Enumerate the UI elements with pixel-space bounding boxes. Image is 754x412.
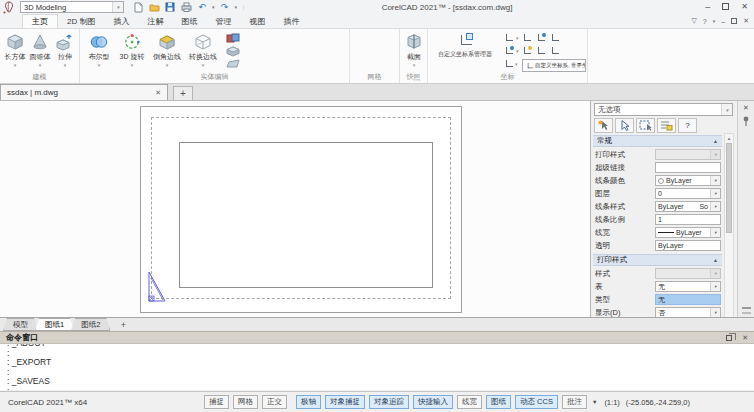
close-icon[interactable]: ✕ — [155, 89, 161, 97]
tab-insert[interactable]: 插入 — [104, 14, 138, 28]
scrollbar-thumb[interactable] — [726, 143, 732, 233]
float-window-icon[interactable] — [726, 335, 732, 341]
annotation-caret-icon[interactable]: ▼ — [592, 399, 597, 405]
sheet-tab-sheet1[interactable]: 图纸1 — [35, 318, 74, 331]
marquee-select-icon[interactable] — [636, 118, 655, 133]
chamfer-edges-button[interactable]: 倒角边线 ▾ — [150, 32, 184, 68]
toggle-etrack[interactable]: 对象追踪 — [369, 395, 409, 409]
ccs-axis-top-icon[interactable] — [536, 33, 546, 43]
new-document-tab-button[interactable]: + — [173, 86, 193, 100]
ccs-axis-icon[interactable] — [504, 33, 514, 43]
toolbar-overflow-icon[interactable]: ⋮ — [241, 4, 246, 10]
maximize-button[interactable] — [722, 3, 729, 10]
pin-icon[interactable] — [742, 116, 750, 127]
convert-edges-button[interactable]: 转换边线 ▾ — [186, 32, 220, 68]
help-icon[interactable]: ? — [678, 118, 697, 133]
line-style-select[interactable]: ByLayer So ▾ — [655, 201, 721, 212]
toggle-esnap[interactable]: 对象捕捉 — [325, 395, 365, 409]
chevron-down-icon[interactable]: ▾ — [710, 282, 720, 291]
union-solids-icon[interactable] — [226, 33, 240, 44]
save-icon[interactable] — [164, 1, 176, 13]
chevron-down-icon[interactable]: ▾ — [202, 63, 205, 68]
drawing-canvas[interactable] — [0, 101, 590, 317]
chevron-down-icon[interactable]: ▾ — [98, 63, 101, 68]
transparency-input[interactable]: ByLayer — [655, 240, 721, 251]
tab-annotate[interactable]: 注解 — [138, 14, 172, 28]
box-button[interactable]: 长方体 ▾ — [3, 32, 27, 68]
chevron-down-icon[interactable]: ▾ — [64, 63, 67, 68]
ccs-axis-icon[interactable] — [536, 46, 546, 56]
ccs-selector[interactable]: 自定义坐标系, 世界坐标系 ▾ — [522, 59, 586, 72]
chevron-down-icon[interactable]: ▾ — [721, 104, 732, 115]
chevron-down-icon[interactable]: ▾ — [710, 176, 720, 185]
redo-options-caret-icon[interactable]: ▾ — [235, 4, 238, 10]
ccs-axis-icon[interactable] — [504, 46, 514, 56]
select-cursor-icon[interactable] — [615, 118, 634, 133]
chevron-down-icon[interactable]: ▾ — [131, 63, 134, 68]
toggle-grid[interactable]: 网格 — [233, 395, 258, 409]
minimize-button[interactable]: – — [705, 3, 710, 11]
viewport-rectangle[interactable] — [179, 142, 433, 288]
ccs-axis-icon[interactable] — [504, 59, 514, 69]
toggle-ortho[interactable]: 正交 — [262, 395, 287, 409]
tab-view[interactable]: 视图 — [240, 14, 274, 28]
doc-restore-button[interactable] — [731, 18, 737, 24]
add-sheet-button[interactable]: + — [115, 319, 131, 331]
chevron-down-icon[interactable]: ▾ — [710, 308, 720, 317]
hyperlink-input[interactable] — [655, 162, 721, 173]
line-color-select[interactable]: ByLayer ▾ — [655, 175, 721, 186]
close-button[interactable]: ✕ — [741, 2, 748, 11]
chevron-down-icon[interactable]: ▾ — [710, 228, 720, 237]
toggle-dynamic-ccs[interactable]: 动态 CCS — [515, 395, 558, 409]
tab-plugins[interactable]: 插件 — [274, 14, 308, 28]
boolean-button[interactable]: 布尔型 ▾ — [85, 32, 113, 68]
tab-manage[interactable]: 管理 — [206, 14, 240, 28]
chevron-down-icon[interactable]: ▾ — [39, 63, 42, 68]
layer-select[interactable]: 0 ▾ — [655, 188, 721, 199]
section-header-general[interactable]: 常规 ▲ — [593, 135, 722, 147]
close-icon[interactable]: ✕ — [743, 104, 749, 116]
new-document-icon[interactable] — [132, 1, 144, 13]
ribbon-collapse-icon[interactable]: ▽ — [691, 17, 696, 25]
selection-filter-combo[interactable]: 无选项 ▾ — [594, 103, 733, 116]
undo-icon[interactable]: ↶ — [196, 1, 208, 13]
document-tab[interactable]: ssdax | m.dwg ✕ — [0, 84, 168, 100]
subtract-solids-icon[interactable] — [226, 46, 240, 57]
help-icon[interactable]: ? — [703, 18, 707, 25]
sheet-tab-sheet2[interactable]: 图纸2 — [71, 318, 110, 331]
toggle-polar[interactable]: 极轴 — [296, 395, 321, 409]
chevron-down-icon[interactable]: ▾ — [710, 189, 720, 198]
ccs-axis-icon[interactable] — [550, 33, 560, 43]
doc-minimize-button[interactable]: – — [721, 18, 725, 25]
section-header-print-style[interactable]: 打印样式 ▲ — [593, 254, 722, 266]
cone-button[interactable]: 圆锥体 ▾ — [28, 32, 52, 68]
redo-icon[interactable]: ↷ — [219, 1, 231, 13]
print-icon[interactable] — [180, 1, 192, 13]
slice-solid-icon[interactable] — [226, 59, 240, 68]
doc-close-button[interactable]: ✕ — [743, 17, 749, 25]
ccs-axis-icon[interactable] — [522, 33, 532, 43]
command-prompt[interactable]: : — [7, 387, 754, 391]
extrude-button[interactable]: 拉伸 ▾ — [53, 32, 77, 68]
chevron-down-icon[interactable]: ▾ — [710, 202, 720, 211]
quick-select-icon[interactable] — [657, 118, 676, 133]
type-value-selected[interactable]: 无 — [655, 294, 721, 305]
palette-scrollbar[interactable]: ▲ ▼ — [724, 133, 734, 331]
help-caret-icon[interactable]: ▾ — [713, 18, 716, 24]
undo-options-caret-icon[interactable]: ▾ — [212, 4, 215, 10]
close-icon[interactable]: ✕ — [742, 334, 748, 342]
collapse-icon[interactable]: ▲ — [713, 138, 718, 144]
ccs-axis-icon[interactable] — [550, 46, 560, 56]
open-folder-icon[interactable] — [148, 1, 160, 13]
lineweight-select[interactable]: ByLayer ▾ — [655, 227, 721, 238]
toggle-lineweight[interactable]: 线宽 — [457, 395, 482, 409]
sheet-tab-model[interactable]: 模型 — [3, 318, 38, 331]
tab-2d-drafting[interactable]: 2D 制图 — [58, 14, 104, 28]
toggle-snap[interactable]: 捕捉 — [204, 395, 229, 409]
scroll-up-icon[interactable]: ▲ — [727, 134, 731, 142]
chevron-down-icon[interactable]: ▾ — [515, 62, 518, 67]
toggle-sheet[interactable]: 图纸 — [486, 395, 511, 409]
tab-home[interactable]: 主页 — [22, 14, 58, 28]
toggle-quick-input[interactable]: 快捷输入 — [413, 395, 453, 409]
line-scale-input[interactable]: 1 — [655, 214, 721, 225]
